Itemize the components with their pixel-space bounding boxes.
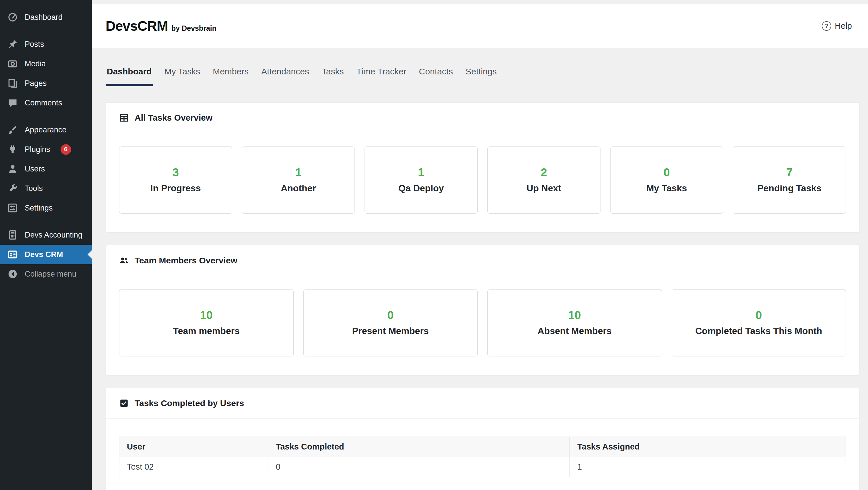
plugin-icon xyxy=(7,144,19,155)
menu-separator xyxy=(0,113,92,120)
sidebar-item-devs-crm[interactable]: Devs CRM xyxy=(0,245,92,264)
help-label: Help xyxy=(835,21,852,31)
cell-tasks-assigned: 1 xyxy=(570,457,846,477)
sidebar-item-label: Media xyxy=(25,60,46,68)
tab-settings[interactable]: Settings xyxy=(464,67,498,86)
panel-header: All Tasks Overview xyxy=(106,103,859,133)
sidebar-item-users[interactable]: Users xyxy=(0,159,92,179)
tools-icon xyxy=(7,183,19,194)
stat-value: 0 xyxy=(663,167,670,178)
tab-attendances[interactable]: Attendances xyxy=(260,67,310,86)
stat-label: Pending Tasks xyxy=(754,183,824,194)
column-header-user: User xyxy=(119,437,268,457)
panel-title: Tasks Completed by Users xyxy=(135,398,244,408)
stat-card-row: 3 In Progress 1 Another 1 Qa Deploy 2 Up… xyxy=(106,133,859,232)
stat-card-my-tasks: 0 My Tasks xyxy=(610,146,723,214)
stat-label: Qa Deploy xyxy=(396,183,446,194)
cell-user: Test 02 xyxy=(119,457,268,477)
table-row: Test 02 0 1 xyxy=(119,457,846,477)
appearance-icon xyxy=(7,124,19,136)
stat-value: 1 xyxy=(295,167,301,178)
all-tasks-overview-panel: All Tasks Overview 3 In Progress 1 Anoth… xyxy=(105,102,859,232)
tasks-by-user-table: User Tasks Completed Tasks Assigned Test… xyxy=(119,437,846,477)
stat-value: 3 xyxy=(173,167,179,178)
stat-label: My Tasks xyxy=(644,183,690,194)
id-card-icon xyxy=(7,249,19,260)
stat-value: 7 xyxy=(786,167,793,178)
wp-admin-app: Dashboard Posts Media Pages Commen xyxy=(0,0,868,490)
stat-value: 0 xyxy=(755,309,762,321)
help-button[interactable]: ? Help xyxy=(822,21,852,31)
app-byline: by Devsbrain xyxy=(172,24,216,32)
cell-tasks-completed: 0 xyxy=(268,457,569,477)
pushpin-icon xyxy=(7,38,19,50)
sidebar-item-label: Plugins xyxy=(25,146,50,153)
sidebar-item-pages[interactable]: Pages xyxy=(0,74,92,93)
column-header-tasks-completed: Tasks Completed xyxy=(268,437,569,457)
sidebar-item-label: Pages xyxy=(25,80,47,87)
sidebar-item-dashboard[interactable]: Dashboard xyxy=(0,7,92,27)
pages-icon xyxy=(7,78,19,89)
table-header-row: User Tasks Completed Tasks Assigned xyxy=(119,437,846,457)
sidebar-item-tools[interactable]: Tools xyxy=(0,179,92,198)
sidebar-item-settings[interactable]: Settings xyxy=(0,198,92,218)
stat-label: Up Next xyxy=(524,183,564,194)
tasks-completed-by-users-panel: Tasks Completed by Users User Tasks Comp… xyxy=(105,388,859,490)
tab-time-tracker[interactable]: Time Tracker xyxy=(355,67,408,86)
stat-label: Absent Members xyxy=(535,325,615,336)
stat-label: In Progress xyxy=(148,183,204,194)
stat-value: 2 xyxy=(541,167,547,178)
stat-value: 10 xyxy=(200,309,213,321)
stat-label: Completed Tasks This Month xyxy=(692,325,825,336)
plugin-header: DevsCRM by Devsbrain ? Help xyxy=(92,4,868,48)
stat-card-team-members: 10 Team members xyxy=(119,289,293,356)
sidebar-item-comments[interactable]: Comments xyxy=(0,93,92,113)
stat-card-up-next: 2 Up Next xyxy=(487,146,600,214)
menu-separator xyxy=(0,27,92,34)
tab-tasks[interactable]: Tasks xyxy=(321,67,345,86)
sidebar-item-media[interactable]: Media xyxy=(0,54,92,74)
panel-header: Tasks Completed by Users xyxy=(106,388,859,419)
stat-card-present-members: 0 Present Members xyxy=(303,289,478,356)
main-content: DevsCRM by Devsbrain ? Help Dashboard My… xyxy=(92,0,868,490)
sidebar-item-label: Appearance xyxy=(25,126,67,134)
sidebar-item-label: Devs CRM xyxy=(25,251,63,259)
crm-nav-tabs: Dashboard My Tasks Members Attendances T… xyxy=(92,67,868,86)
stat-card-in-progress: 3 In Progress xyxy=(119,146,232,214)
tab-my-tasks[interactable]: My Tasks xyxy=(163,67,201,86)
stat-value: 0 xyxy=(387,309,394,321)
sidebar-item-label: Tools xyxy=(25,185,43,193)
stat-card-row: 10 Team members 0 Present Members 10 Abs… xyxy=(106,276,859,375)
sidebar-item-label: Comments xyxy=(25,99,62,107)
check-square-icon xyxy=(119,398,129,408)
menu-separator xyxy=(0,218,92,225)
sidebar-item-devs-accounting[interactable]: Devs Accounting xyxy=(0,225,92,245)
stat-label: Another xyxy=(278,183,319,194)
admin-sidebar: Dashboard Posts Media Pages Commen xyxy=(0,0,92,490)
calculator-icon xyxy=(7,229,19,241)
tab-dashboard[interactable]: Dashboard xyxy=(105,67,153,86)
stat-value: 10 xyxy=(568,309,581,321)
stat-card-another: 1 Another xyxy=(242,146,355,214)
sidebar-item-appearance[interactable]: Appearance xyxy=(0,120,92,140)
sidebar-item-label: Dashboard xyxy=(25,13,63,21)
tab-contacts[interactable]: Contacts xyxy=(418,67,454,86)
sidebar-item-collapse-menu[interactable]: Collapse menu xyxy=(0,264,92,284)
sidebar-item-label: Collapse menu xyxy=(25,270,76,278)
sidebar-item-posts[interactable]: Posts xyxy=(0,34,92,54)
groups-icon xyxy=(119,256,129,265)
app-name: DevsCRM xyxy=(105,18,168,34)
sidebar-item-plugins[interactable]: Plugins 6 xyxy=(0,140,92,159)
stat-card-completed-tasks-month: 0 Completed Tasks This Month xyxy=(672,289,846,356)
settings-icon xyxy=(7,202,19,214)
dashboard-icon xyxy=(7,11,19,23)
panel-title: All Tasks Overview xyxy=(135,113,212,123)
app-logo: DevsCRM by Devsbrain xyxy=(105,18,216,34)
panel-title: Team Members Overview xyxy=(135,256,237,265)
comment-icon xyxy=(7,97,19,109)
panel-header: Team Members Overview xyxy=(106,245,859,276)
tab-members[interactable]: Members xyxy=(212,67,250,86)
user-icon xyxy=(7,163,19,175)
table-container: User Tasks Completed Tasks Assigned Test… xyxy=(106,419,859,490)
help-icon: ? xyxy=(822,21,831,31)
